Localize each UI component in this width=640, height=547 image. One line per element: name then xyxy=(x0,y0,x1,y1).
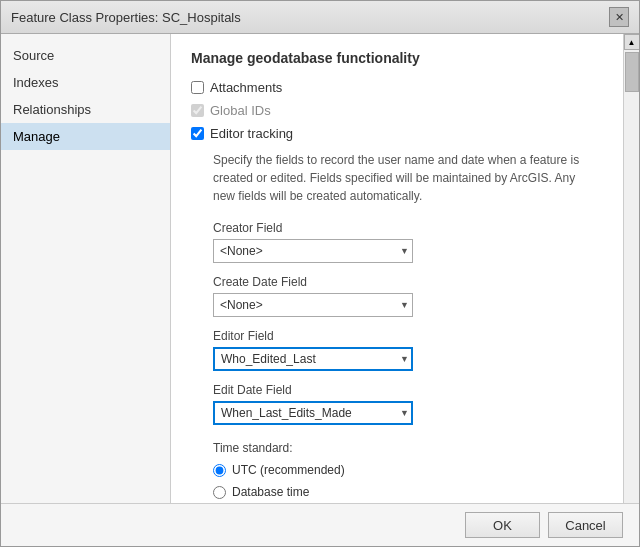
dialog-body: Source Indexes Relationships Manage Mana… xyxy=(1,34,639,503)
dialog-footer: OK Cancel xyxy=(1,503,639,546)
time-standard-section: Time standard: UTC (recommended) Databas… xyxy=(213,441,613,499)
global-ids-label: Global IDs xyxy=(210,103,271,118)
editor-tracking-row: Editor tracking xyxy=(191,126,613,141)
create-date-field-label: Create Date Field xyxy=(213,275,613,289)
utc-radio[interactable] xyxy=(213,464,226,477)
database-time-radio[interactable] xyxy=(213,486,226,499)
editor-field-select-wrapper: Who_Edited_Last ▼ xyxy=(213,347,413,371)
attachments-row: Attachments xyxy=(191,80,613,95)
edit-date-field-select-wrapper: When_Last_Edits_Made ▼ xyxy=(213,401,413,425)
description-text: Specify the fields to record the user na… xyxy=(213,151,593,205)
creator-field-group: Creator Field <None> ▼ xyxy=(213,221,613,263)
database-time-radio-row: Database time xyxy=(213,485,613,499)
time-standard-label: Time standard: xyxy=(213,441,613,455)
ok-button[interactable]: OK xyxy=(465,512,540,538)
scroll-up-button[interactable]: ▲ xyxy=(624,34,640,50)
utc-label: UTC (recommended) xyxy=(232,463,345,477)
create-date-field-select[interactable]: <None> xyxy=(213,293,413,317)
editor-tracking-label: Editor tracking xyxy=(210,126,293,141)
create-date-field-group: Create Date Field <None> ▼ xyxy=(213,275,613,317)
sidebar-item-indexes[interactable]: Indexes xyxy=(1,69,170,96)
database-time-label: Database time xyxy=(232,485,309,499)
editor-field-select[interactable]: Who_Edited_Last xyxy=(213,347,413,371)
scroll-thumb[interactable] xyxy=(625,52,639,92)
scrollbar: ▲ xyxy=(623,34,639,503)
title-bar: Feature Class Properties: SC_Hospitals ✕ xyxy=(1,1,639,34)
sidebar-item-source[interactable]: Source xyxy=(1,42,170,69)
create-date-field-select-wrapper: <None> ▼ xyxy=(213,293,413,317)
cancel-button[interactable]: Cancel xyxy=(548,512,623,538)
main-content: Manage geodatabase functionality Attachm… xyxy=(171,34,623,503)
edit-date-field-label: Edit Date Field xyxy=(213,383,613,397)
attachments-checkbox[interactable] xyxy=(191,81,204,94)
edit-date-field-group: Edit Date Field When_Last_Edits_Made ▼ xyxy=(213,383,613,425)
content-scroll: Manage geodatabase functionality Attachm… xyxy=(171,34,623,503)
close-button[interactable]: ✕ xyxy=(609,7,629,27)
global-ids-checkbox xyxy=(191,104,204,117)
creator-field-select-wrapper: <None> ▼ xyxy=(213,239,413,263)
creator-field-label: Creator Field xyxy=(213,221,613,235)
sidebar-item-relationships[interactable]: Relationships xyxy=(1,96,170,123)
attachments-label: Attachments xyxy=(210,80,282,95)
creator-field-select[interactable]: <None> xyxy=(213,239,413,263)
sidebar: Source Indexes Relationships Manage xyxy=(1,34,171,503)
dialog: Feature Class Properties: SC_Hospitals ✕… xyxy=(0,0,640,547)
dialog-title: Feature Class Properties: SC_Hospitals xyxy=(11,10,241,25)
sidebar-item-manage[interactable]: Manage xyxy=(1,123,170,150)
section-title: Manage geodatabase functionality xyxy=(191,50,613,66)
editor-tracking-checkbox[interactable] xyxy=(191,127,204,140)
editor-field-label: Editor Field xyxy=(213,329,613,343)
editor-field-group: Editor Field Who_Edited_Last ▼ xyxy=(213,329,613,371)
main-content-area: Manage geodatabase functionality Attachm… xyxy=(171,34,639,503)
edit-date-field-select[interactable]: When_Last_Edits_Made xyxy=(213,401,413,425)
utc-radio-row: UTC (recommended) xyxy=(213,463,613,477)
global-ids-row: Global IDs xyxy=(191,103,613,118)
